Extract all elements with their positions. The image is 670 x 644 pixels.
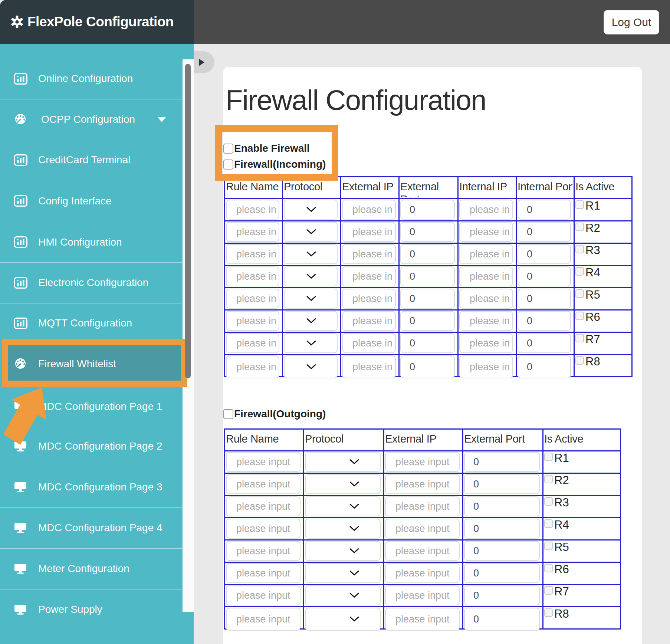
incoming-row2-internal-port-input[interactable] [518,222,571,242]
outgoing-row1-protocol-select[interactable] [305,452,381,472]
incoming-row8-external-ip-input[interactable] [342,355,396,378]
incoming-row8-internal-port-input[interactable] [518,355,571,378]
incoming-row3-internal-port-input[interactable] [518,244,571,264]
incoming-row7-internal-port-input[interactable] [518,333,571,353]
incoming-row1-rule-name-input[interactable] [226,200,279,220]
sidebar-item-mdc-configuration-page-4[interactable]: MDC Configuration Page 4 [0,507,183,548]
sidebar-item-creditcard-terminal[interactable]: CreditCard Terminal [0,140,183,180]
incoming-row8-protocol-select[interactable] [284,355,338,378]
outgoing-row1-external-port-input[interactable] [464,452,540,472]
incoming-row7-external-port-input[interactable] [400,333,455,353]
outgoing-row8-protocol-select[interactable] [305,608,381,631]
incoming-row4-internal-ip-input[interactable] [459,266,513,286]
logout-button[interactable]: Log Out [604,10,659,34]
outgoing-row1-external-ip-input[interactable] [385,452,460,472]
outgoing-row6-rule-name-input[interactable] [226,563,300,583]
outgoing-row3-external-ip-input[interactable] [385,496,460,516]
outgoing-row6-is-active-checkbox[interactable] [544,564,553,572]
outgoing-row5-is-active-checkbox[interactable] [544,542,553,550]
outgoing-row3-protocol-select[interactable] [305,496,381,516]
firewall-incoming-checkbox[interactable] [223,160,233,170]
incoming-row3-protocol-select[interactable] [284,244,338,264]
outgoing-row5-rule-name-input[interactable] [226,541,300,561]
incoming-row1-external-port-input[interactable] [400,200,455,220]
incoming-row6-protocol-select[interactable] [284,311,338,331]
incoming-row5-internal-ip-input[interactable] [459,289,513,309]
incoming-row3-rule-name-input[interactable] [226,244,279,264]
outgoing-row8-is-active-checkbox[interactable] [544,608,553,617]
sidebar-item-hmi-configuration[interactable]: HMI Configuration [0,222,183,262]
outgoing-row2-external-port-input[interactable] [464,474,540,494]
outgoing-row5-protocol-select[interactable] [305,541,381,561]
outgoing-row2-external-ip-input[interactable] [385,474,460,494]
incoming-row8-external-port-input[interactable] [400,355,455,378]
incoming-row5-internal-port-input[interactable] [518,289,571,309]
incoming-row2-rule-name-input[interactable] [226,222,279,242]
incoming-row2-protocol-select[interactable] [284,222,338,242]
incoming-row6-rule-name-input[interactable] [226,311,279,331]
incoming-row4-rule-name-input[interactable] [226,266,279,286]
incoming-row3-external-ip-input[interactable] [342,244,396,264]
incoming-row5-external-ip-input[interactable] [342,289,396,309]
sidebar-item-electronic-configuration[interactable]: Electronic Configuration [0,262,183,303]
outgoing-row7-is-active-checkbox[interactable] [544,586,553,595]
outgoing-row1-rule-name-input[interactable] [226,452,300,472]
outgoing-row6-protocol-select[interactable] [305,563,381,583]
incoming-row5-external-port-input[interactable] [400,289,455,309]
outgoing-row3-external-port-input[interactable] [464,496,540,516]
outgoing-row6-external-port-input[interactable] [464,563,540,583]
enable-firewall-checkbox[interactable] [223,144,233,154]
sidebar-item-power-supply[interactable]: Power Supply [0,589,183,630]
outgoing-row4-external-port-input[interactable] [464,519,540,539]
sidebar-item-meter-configuration[interactable]: Meter Configuration [0,548,183,589]
incoming-row8-internal-ip-input[interactable] [459,355,513,378]
incoming-row4-internal-port-input[interactable] [518,266,571,286]
outgoing-row5-external-ip-input[interactable] [385,541,460,561]
incoming-row4-external-ip-input[interactable] [342,266,396,286]
incoming-row7-rule-name-input[interactable] [226,333,279,353]
incoming-row3-internal-ip-input[interactable] [459,244,513,264]
firewall-outgoing-checkbox[interactable] [223,409,233,419]
incoming-row6-internal-ip-input[interactable] [459,311,513,331]
incoming-row3-external-port-input[interactable] [400,244,455,264]
outgoing-row5-external-port-input[interactable] [464,541,540,561]
incoming-row7-is-active-checkbox[interactable] [575,334,584,342]
outgoing-row6-external-ip-input[interactable] [385,563,460,583]
outgoing-row1-is-active-checkbox[interactable] [544,453,553,461]
incoming-row2-external-port-input[interactable] [400,222,455,242]
incoming-row3-is-active-checkbox[interactable] [575,245,584,253]
outgoing-row4-external-ip-input[interactable] [385,519,460,539]
incoming-row4-is-active-checkbox[interactable] [575,267,584,276]
outgoing-row4-rule-name-input[interactable] [226,519,300,539]
incoming-row8-rule-name-input[interactable] [226,355,279,378]
sidebar-item-ocpp-configuration[interactable]: OCPP Configuration [0,99,183,140]
incoming-row6-internal-port-input[interactable] [518,311,571,331]
outgoing-row8-external-ip-input[interactable] [385,608,460,631]
incoming-row7-protocol-select[interactable] [284,333,338,353]
incoming-row6-external-port-input[interactable] [400,311,455,331]
incoming-row1-internal-ip-input[interactable] [459,200,513,220]
outgoing-row2-protocol-select[interactable] [305,474,381,494]
incoming-row6-is-active-checkbox[interactable] [575,312,584,320]
outgoing-row8-rule-name-input[interactable] [226,608,300,631]
outgoing-row2-is-active-checkbox[interactable] [544,475,553,483]
sidebar-item-mqtt-configuration[interactable]: MQTT Configuration [0,303,183,343]
sidebar-item-online-configuration[interactable]: Online Configuration [0,58,183,99]
outgoing-row4-protocol-select[interactable] [305,519,381,539]
sidebar-collapse-button[interactable] [194,51,214,73]
incoming-row2-external-ip-input[interactable] [342,222,396,242]
sidebar-scrollbar-thumb[interactable] [185,64,191,378]
incoming-row5-protocol-select[interactable] [284,289,338,309]
incoming-row2-is-active-checkbox[interactable] [575,223,584,231]
outgoing-row7-rule-name-input[interactable] [226,585,300,605]
outgoing-row7-external-ip-input[interactable] [385,585,460,605]
incoming-row8-is-active-checkbox[interactable] [575,356,584,365]
outgoing-row3-rule-name-input[interactable] [226,496,300,516]
outgoing-row7-external-port-input[interactable] [464,585,540,605]
incoming-row1-internal-port-input[interactable] [518,200,571,220]
outgoing-row8-external-port-input[interactable] [464,608,540,631]
sidebar-item-mdc-configuration-page-3[interactable]: MDC Configuration Page 3 [0,467,183,507]
outgoing-row7-protocol-select[interactable] [305,585,381,605]
incoming-row7-internal-ip-input[interactable] [459,333,513,353]
incoming-row2-internal-ip-input[interactable] [459,222,513,242]
